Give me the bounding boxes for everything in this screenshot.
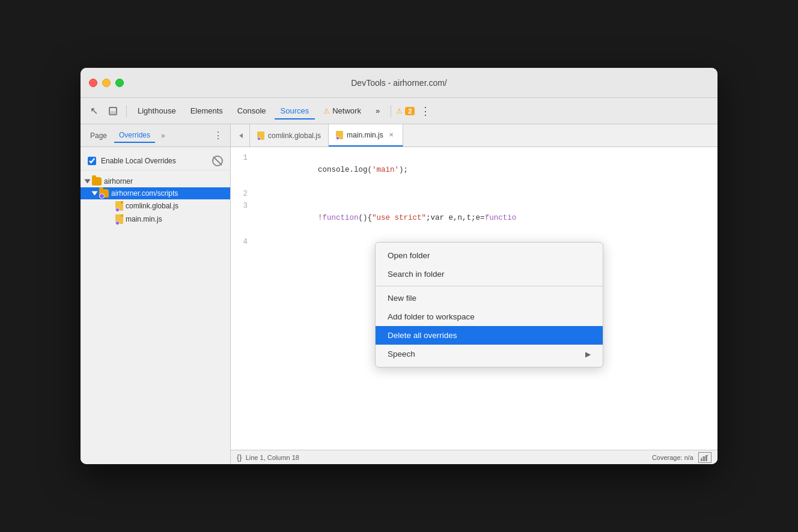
- line-num-1: 1: [231, 152, 255, 188]
- cursor-tool-button[interactable]: ↖: [85, 103, 102, 119]
- code-line-3: 3 !function(){"use strict";var e,n,t;e=f…: [231, 200, 717, 236]
- dock-button[interactable]: [105, 103, 121, 119]
- file-tabs: comlink.global.js main.min.js ✕: [231, 124, 717, 147]
- file-dot-indicator: [115, 208, 120, 212]
- more-tabs-button[interactable]: »: [370, 103, 386, 119]
- warning-badge: 2: [405, 107, 415, 115]
- braces-icon[interactable]: {}: [237, 453, 242, 462]
- line-content-1: console.log('main');: [255, 152, 717, 188]
- context-menu: Open folder Search in folder New file Ad…: [375, 242, 603, 367]
- tab-label-main: main.min.js: [347, 131, 383, 139]
- svg-rect-2: [701, 459, 702, 461]
- line-num-2: 2: [231, 188, 255, 200]
- back-button[interactable]: [233, 124, 250, 147]
- status-left: {} Line 1, Column 18: [237, 453, 299, 462]
- panel-menu-button[interactable]: ⋮: [211, 128, 225, 143]
- child-folder-icon: [99, 189, 109, 198]
- menu-new-file-label: New file: [388, 294, 416, 303]
- enable-overrides-label: Enable Local Overrides: [101, 157, 176, 165]
- tab-dot-comlink: [257, 137, 261, 141]
- left-panel-content: Enable Local Overrides airhorner airhorn…: [81, 147, 230, 464]
- warning-icon: ⚠: [396, 107, 403, 115]
- network-warning-icon: ⚠: [323, 107, 330, 115]
- status-bar: {} Line 1, Column 18 Coverage: n/a: [231, 450, 717, 464]
- child-folder-label: airhorner.com/scripts: [111, 189, 178, 198]
- menu-search-folder-label: Search in folder: [388, 270, 445, 279]
- menu-add-folder-label: Add folder to workspace: [388, 312, 475, 321]
- status-right: Coverage: n/a: [652, 452, 711, 463]
- tab-network[interactable]: ⚠ Network: [317, 103, 367, 119]
- comlink-tab-icon: [257, 131, 264, 140]
- comlink-file-icon: [115, 201, 123, 211]
- enable-overrides-checkbox[interactable]: [88, 157, 96, 165]
- menu-search-folder[interactable]: Search in folder: [376, 265, 603, 283]
- cursor-position: Line 1, Column 18: [246, 454, 299, 461]
- code-line-1: 1 console.log('main');: [231, 152, 717, 188]
- more-panel-tabs[interactable]: »: [157, 129, 169, 142]
- main-tab-icon: [336, 131, 343, 139]
- tab-lighthouse[interactable]: Lighthouse: [132, 103, 182, 119]
- svg-rect-1: [109, 111, 117, 115]
- tree-root-folder[interactable]: airhorner: [81, 175, 230, 187]
- root-folder-label: airhorner: [104, 177, 133, 186]
- left-panel: Page Overrides » ⋮ Enable Local Override…: [81, 124, 231, 464]
- line-num-3: 3: [231, 200, 255, 236]
- main-file-icon: [115, 214, 123, 224]
- main-content: Page Overrides » ⋮ Enable Local Override…: [81, 124, 717, 464]
- window-title: DevTools - airhorner.com/: [351, 78, 447, 88]
- line-content-2: [255, 188, 717, 200]
- child-folder-expand-icon: [92, 192, 98, 196]
- submenu-arrow-icon: ▶: [585, 350, 591, 358]
- tab-sources[interactable]: Sources: [275, 103, 315, 119]
- tree-child-folder[interactable]: airhorner.com/scripts: [81, 187, 230, 199]
- tab-main-file[interactable]: main.min.js ✕: [329, 124, 403, 147]
- override-toggle: Enable Local Overrides: [81, 152, 230, 171]
- folder-expand-icon: [85, 180, 91, 184]
- line-content-3: !function(){"use strict";var e,n,t;e=fun…: [255, 200, 717, 236]
- menu-speech[interactable]: Speech ▶: [376, 345, 603, 363]
- minimize-button[interactable]: [102, 79, 111, 87]
- file-label-comlink: comlink.global.js: [126, 202, 178, 210]
- coverage-icon[interactable]: [698, 452, 711, 463]
- code-line-2: 2: [231, 188, 717, 200]
- tab-elements[interactable]: Elements: [184, 103, 229, 119]
- menu-separator-1: [376, 286, 603, 286]
- menu-delete-overrides[interactable]: Delete all overrides: [376, 326, 603, 345]
- toolbar-menu-button[interactable]: ⋮: [417, 103, 434, 119]
- tab-overrides[interactable]: Overrides: [114, 128, 155, 143]
- svg-rect-3: [703, 457, 705, 461]
- root-folder-icon: [92, 177, 102, 186]
- menu-add-folder[interactable]: Add folder to workspace: [376, 307, 603, 326]
- panel-tabs: Page Overrides » ⋮: [81, 124, 230, 147]
- menu-speech-label: Speech: [388, 349, 415, 358]
- tab-page[interactable]: Page: [85, 129, 112, 142]
- file-dot-indicator-2: [115, 221, 120, 225]
- coverage-status: Coverage: n/a: [652, 454, 693, 461]
- line-num-4: 4: [231, 236, 255, 248]
- menu-new-file[interactable]: New file: [376, 289, 603, 307]
- menu-open-folder[interactable]: Open folder: [376, 246, 603, 265]
- maximize-button[interactable]: [115, 79, 124, 87]
- file-item-main[interactable]: main.min.js: [81, 213, 230, 226]
- toolbar-separator: [126, 105, 127, 117]
- file-item-comlink[interactable]: comlink.global.js: [81, 199, 230, 213]
- tab-close-button[interactable]: ✕: [387, 131, 395, 139]
- menu-delete-overrides-label: Delete all overrides: [388, 331, 457, 340]
- tab-dot-main: [336, 136, 340, 140]
- menu-open-folder-label: Open folder: [388, 251, 430, 260]
- block-icon: [212, 156, 223, 166]
- tab-label-comlink: comlink.global.js: [268, 131, 321, 140]
- toolbar: ↖ Lighthouse Elements Console Sources ⚠ …: [81, 98, 717, 124]
- file-label-main: main.min.js: [126, 215, 162, 223]
- right-panel: comlink.global.js main.min.js ✕ 1: [231, 124, 717, 464]
- tab-console[interactable]: Console: [231, 103, 272, 119]
- title-bar: DevTools - airhorner.com/: [81, 68, 717, 98]
- traffic-lights: [89, 79, 124, 87]
- toolbar-separator-2: [391, 105, 391, 117]
- tab-network-label: Network: [332, 106, 361, 115]
- tab-comlink-file[interactable]: comlink.global.js: [250, 124, 329, 147]
- close-button[interactable]: [89, 79, 97, 87]
